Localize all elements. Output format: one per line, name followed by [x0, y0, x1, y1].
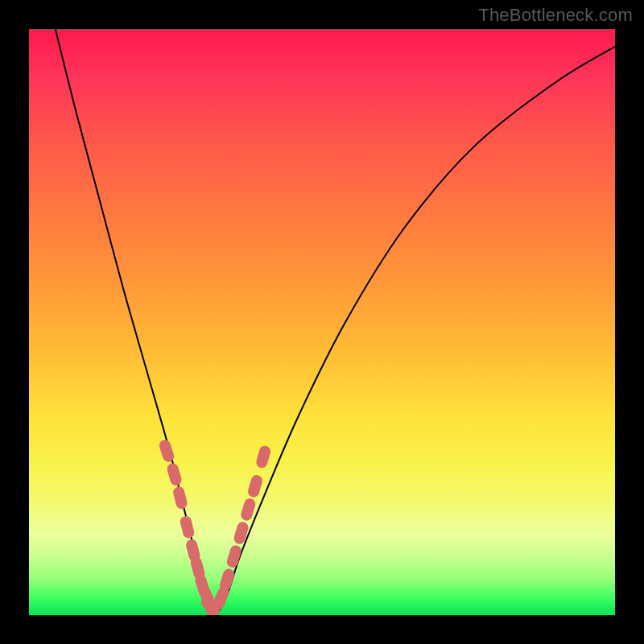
curve-marker	[246, 473, 263, 498]
watermark-text: TheBottleneck.com	[478, 5, 633, 26]
marker-group	[158, 439, 272, 615]
plot-area	[29, 29, 615, 615]
chart-frame: TheBottleneck.com	[0, 0, 644, 644]
curve-marker	[166, 462, 183, 487]
bottleneck-curve	[56, 29, 615, 615]
curve-marker	[218, 568, 236, 592]
curve-marker	[255, 444, 272, 469]
curve-marker	[233, 521, 250, 546]
curve-marker	[172, 485, 188, 510]
curve-svg	[29, 29, 615, 615]
curve-marker	[158, 439, 175, 464]
curve-marker	[179, 515, 195, 540]
